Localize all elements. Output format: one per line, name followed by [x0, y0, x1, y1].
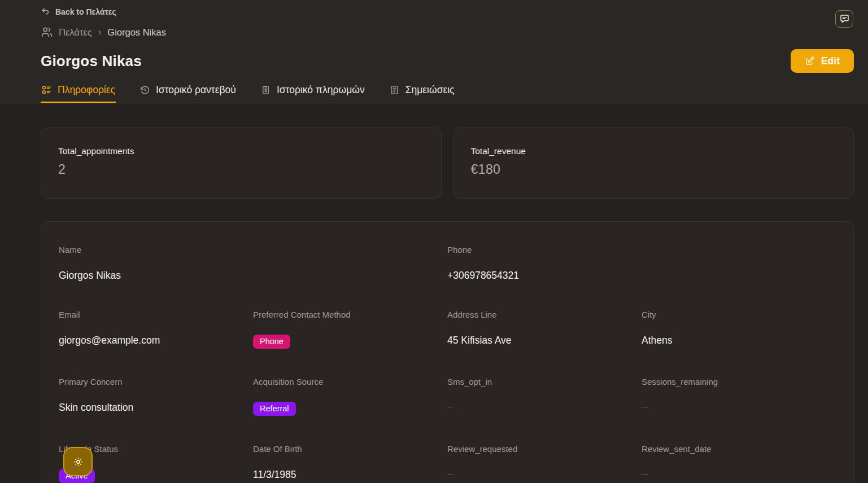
stat-card-total-appointments: Total_appointments 2: [41, 128, 442, 199]
users-icon: [41, 26, 53, 38]
edit-button-label: Edit: [821, 55, 840, 67]
field-review-sent-date: Review_sent_date --: [642, 444, 836, 483]
stats-row: Total_appointments 2 Total_revenue €180: [41, 128, 854, 199]
breadcrumb-current: Giorgos Nikas: [107, 27, 166, 38]
page-header: Back to Πελάτες Πελάτες › Giorgos Nikas …: [0, 0, 868, 103]
notes-icon: [389, 85, 400, 95]
field-sessions-remaining: Sessions_remaining --: [642, 377, 836, 416]
back-link-label: Back to Πελάτες: [55, 7, 116, 16]
details-grid: Name Giorgos Nikas Phone +306978654321 E…: [59, 245, 836, 483]
field-review-requested: Review_requested --: [447, 444, 642, 483]
back-link[interactable]: Back to Πελάτες: [41, 7, 116, 16]
breadcrumb: Πελάτες › Giorgos Nikas: [41, 26, 854, 38]
tab-notes[interactable]: Σημειώσεις: [389, 78, 455, 103]
field-name: Name Giorgos Nikas: [59, 245, 447, 282]
tab-label: Ιστορικό πληρωμών: [277, 84, 365, 96]
main-content: Total_appointments 2 Total_revenue €180 …: [0, 103, 868, 483]
tab-appointment-history[interactable]: Ιστορικό ραντεβού: [139, 78, 237, 103]
title-row: Giorgos Nikas Edit: [41, 49, 854, 73]
sun-icon: [72, 456, 84, 468]
theme-toggle-button[interactable]: [63, 447, 93, 476]
stat-label: Total_revenue: [471, 146, 837, 156]
receipt-dollar-icon: [260, 85, 271, 95]
history-clock-icon: [139, 85, 150, 95]
tab-label: Σημειώσεις: [405, 84, 455, 96]
field-primary-concern: Primary Concern Skin consultation: [59, 377, 253, 416]
field-phone: Phone +306978654321: [447, 245, 836, 282]
field-date-of-birth: Date Of Birth 11/3/1985: [253, 444, 447, 483]
stat-value: €180: [471, 162, 837, 177]
tab-label: Πληροφορίες: [58, 84, 115, 96]
field-sms-opt-in: Sms_opt_in --: [447, 377, 642, 416]
page-title: Giorgos Nikas: [41, 52, 142, 70]
chat-button[interactable]: [835, 10, 853, 28]
breadcrumb-parent[interactable]: Πελάτες: [59, 27, 92, 38]
field-preferred-contact-method: Preferred Contact Method Phone: [253, 310, 447, 349]
stat-label: Total_appointments: [58, 146, 424, 156]
breadcrumb-separator: ›: [98, 27, 102, 38]
arrow-back-icon: [41, 7, 50, 16]
field-email: Email giorgos@example.com: [59, 310, 253, 349]
field-address-line: Address Line 45 Kifisias Ave: [447, 310, 642, 349]
tab-information[interactable]: Πληροφορίες: [41, 78, 116, 103]
list-details-icon: [41, 85, 52, 95]
edit-pencil-icon: [805, 56, 815, 66]
contact-method-badge: Phone: [253, 335, 290, 349]
stat-card-total-revenue: Total_revenue €180: [453, 128, 854, 199]
tab-payment-history[interactable]: Ιστορικό πληρωμών: [260, 78, 365, 103]
acquisition-source-badge: Referral: [253, 402, 296, 416]
edit-button[interactable]: Edit: [791, 49, 854, 73]
field-city: City Athens: [642, 310, 836, 349]
tab-bar: Πληροφορίες Ιστορικό ραντεβού: [41, 78, 854, 103]
chat-icon: [839, 14, 850, 24]
stat-value: 2: [58, 162, 424, 177]
field-acquisition-source: Acquisition Source Referral: [253, 377, 447, 416]
tab-label: Ιστορικό ραντεβού: [156, 84, 236, 96]
details-card: Name Giorgos Nikas Phone +306978654321 E…: [41, 221, 854, 483]
